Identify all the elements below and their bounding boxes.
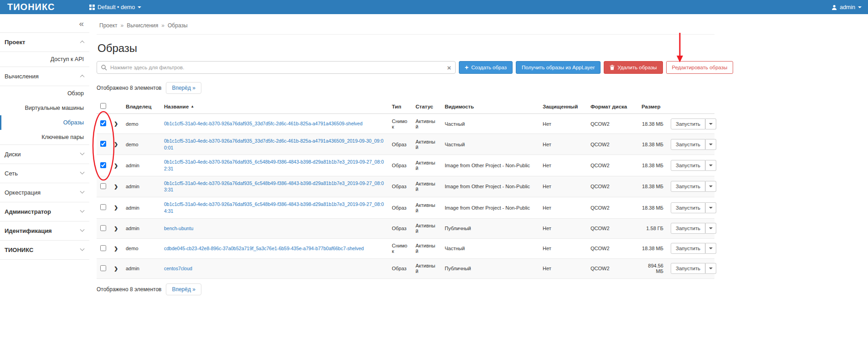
image-name-link[interactable]: 0b1c1cf5-31a0-4edc-b370-926a76daf935_6c5… [164,159,384,171]
chevron-down-icon [709,185,713,187]
image-name-link[interactable]: 0b1c1cf5-31a0-4edc-b370-926a76daf935_6c5… [164,201,384,214]
image-name-link[interactable]: 0b1c1cf5-31a0-4edc-b370-926a76daf935_33d… [164,138,384,150]
sidebar-item-instances[interactable]: Виртуальные машины [0,101,89,115]
applayer-label: Получить образы из AppLayer [522,65,595,70]
brand-logo[interactable]: ТИОНИКС [0,2,89,12]
row-checkbox[interactable] [100,120,106,126]
row-checkbox[interactable] [100,245,106,251]
row-actions-dropdown-button[interactable] [705,118,716,129]
cell-size: 18.38 МБ [638,238,667,258]
row-checkbox[interactable] [100,183,106,189]
launch-button[interactable]: Запустить [671,223,705,234]
sidebar-item-orchestration[interactable]: Оркестрация [0,183,89,202]
sidebar-item-volumes[interactable]: Диски [0,144,89,164]
image-name-link[interactable]: 0b1c1cf5-31a0-4edc-b370-926a76daf935_6c5… [164,180,384,193]
chevron-down-icon [709,207,713,209]
cell-expand: ❯ [110,155,122,176]
project-switcher[interactable]: Default • demo [89,4,141,10]
sidebar-item-admin[interactable]: Администратор [0,202,89,221]
page-title: Образы [98,42,714,55]
col-visibility-header[interactable]: Видимость [441,99,539,114]
image-name-link[interactable]: 0b1c1cf5-31a0-4edc-b370-926a76daf935_33d… [164,121,363,126]
row-actions-dropdown-button[interactable] [705,181,716,192]
expand-row-icon[interactable]: ❯ [114,184,118,189]
cell-protected: Нет [539,155,587,176]
breadcrumb-item[interactable]: Образы [168,22,188,29]
delete-images-label: Удалить образы [617,65,657,70]
expand-row-icon[interactable]: ❯ [114,121,118,126]
launch-button[interactable]: Запустить [671,181,705,192]
sidebar-item-label: Вычисления [5,73,39,80]
expand-row-icon[interactable]: ❯ [114,266,118,271]
sidebar-item-api-access[interactable]: Доступ к API [0,52,89,67]
cell-status: Активный [412,197,441,218]
next-page-button[interactable]: Вперёд » [166,82,201,94]
row-actions-dropdown-button[interactable] [705,223,716,234]
col-type-header[interactable]: Тип [388,99,412,114]
breadcrumb-item[interactable]: Проект [99,22,118,29]
row-actions-dropdown-button[interactable] [705,139,716,150]
sidebar-item-compute[interactable]: Вычисления [0,67,89,86]
col-format-header[interactable]: Формат диска [587,99,638,114]
launch-button[interactable]: Запустить [671,118,705,129]
sidebar-item-identity[interactable]: Идентификация [0,221,89,241]
chevron-down-icon [80,247,85,251]
expand-row-icon[interactable]: ❯ [114,205,118,210]
expand-row-icon[interactable]: ❯ [114,226,118,231]
delete-images-button[interactable]: Удалить образы [604,61,663,74]
sidebar-collapse-button[interactable]: « [79,19,84,28]
image-name-link[interactable]: cdbde045-cb23-42e8-896c-37a0b52a719f_5a3… [164,246,364,251]
col-size-header[interactable]: Размер [638,99,667,114]
cell-visibility: Частный [441,114,539,134]
user-label: admin [840,4,855,10]
sidebar-item-network[interactable]: Сеть [0,164,89,183]
expand-row-icon[interactable]: ❯ [114,246,118,251]
image-name-link[interactable]: bench-ubuntu [164,226,193,231]
expand-row-icon[interactable]: ❯ [114,141,118,147]
expand-row-icon[interactable]: ❯ [114,163,118,168]
launch-button[interactable]: Запустить [671,160,705,171]
row-actions-dropdown-button[interactable] [705,160,716,171]
create-image-label: Создать образ [471,65,507,70]
edit-images-button[interactable]: Редактировать образы [666,61,734,74]
col-status-header[interactable]: Статус [412,99,441,114]
create-image-button[interactable]: + Создать образ [459,61,513,74]
row-checkbox[interactable] [100,225,106,231]
col-protected-header[interactable]: Защищенный [539,99,587,114]
cell-type: Образ [388,258,412,278]
launch-button[interactable]: Запустить [671,139,705,150]
sidebar-item-images[interactable]: Образы [0,115,89,130]
breadcrumb-item[interactable]: Вычисления [127,22,158,29]
row-checkbox[interactable] [100,141,106,147]
row-checkbox[interactable] [100,204,106,210]
user-menu[interactable]: admin [832,4,868,10]
sidebar-item-label: Диски [5,151,21,158]
filter-input[interactable] [110,65,444,70]
col-name-header[interactable]: Название▲ [160,99,388,114]
sidebar-item-tionix[interactable]: ТИОНИКС [0,241,89,260]
sidebar-item-label: Оркестрация [5,189,41,196]
launch-button[interactable]: Запустить [671,243,705,254]
sidebar-item-keypairs[interactable]: Ключевые пары [0,130,89,144]
get-applayer-images-button[interactable]: Получить образы из AppLayer [516,61,601,74]
project-switcher-label: Default • demo [98,4,135,10]
sidebar-item-overview[interactable]: Обзор [0,86,89,101]
col-owner-header[interactable]: Владелец [122,99,160,114]
row-actions-dropdown-button[interactable] [705,263,716,274]
cell-name: 0b1c1cf5-31a0-4edc-b370-926a76daf935_33d… [160,134,388,155]
cell-protected: Нет [539,114,587,134]
launch-button[interactable]: Запустить [671,202,705,213]
row-checkbox[interactable] [100,265,106,271]
cell-actions: Запустить [667,114,714,134]
image-name-link[interactable]: centos7cloud [164,266,192,271]
sidebar-item-project[interactable]: Проект [0,33,89,52]
row-actions-dropdown-button[interactable] [705,243,716,254]
launch-button[interactable]: Запустить [671,263,705,274]
clear-filter-icon[interactable]: × [447,64,451,71]
select-all-checkbox[interactable] [100,103,106,109]
row-checkbox[interactable] [100,162,106,168]
cell-format: QCOW2 [587,258,638,278]
chevron-up-icon [80,41,85,45]
next-page-button[interactable]: Вперёд » [166,283,201,295]
row-actions-dropdown-button[interactable] [705,202,716,213]
